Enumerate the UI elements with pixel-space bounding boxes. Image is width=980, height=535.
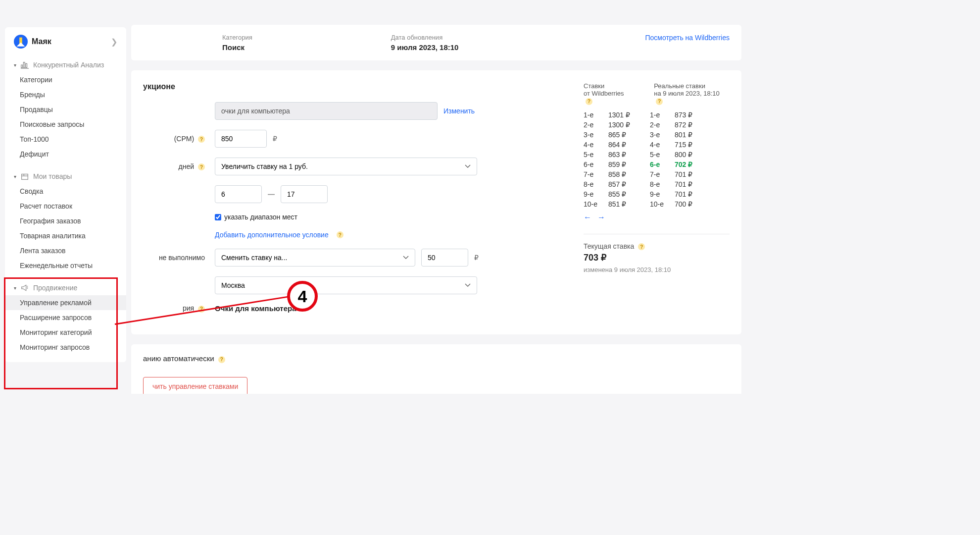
cpm-input[interactable] bbox=[215, 130, 267, 148]
help-icon[interactable]: ? bbox=[656, 98, 663, 105]
chevron-down-icon: ▾ bbox=[14, 285, 16, 291]
sidebar-item-ad-management[interactable]: Управление рекламой bbox=[5, 295, 126, 310]
rate-row: 8-е701 ₽ bbox=[650, 180, 692, 188]
rate-row: 5-е800 ₽ bbox=[650, 151, 692, 159]
category-field-label: рия bbox=[183, 304, 194, 312]
help-icon[interactable]: ? bbox=[218, 356, 225, 363]
rate-row: 10-е700 ₽ bbox=[650, 200, 692, 208]
help-icon[interactable]: ? bbox=[638, 243, 645, 250]
help-icon[interactable]: ? bbox=[337, 231, 343, 238]
range-checkbox[interactable] bbox=[215, 214, 221, 220]
range-from-input[interactable] bbox=[215, 185, 262, 203]
sidebar-item-summary[interactable]: Сводка bbox=[5, 184, 126, 199]
range-separator: — bbox=[268, 190, 275, 198]
brand-name: Маяк bbox=[32, 37, 51, 46]
query-input[interactable]: очки для компьютера bbox=[215, 102, 438, 120]
logo-row: Маяк ❯ bbox=[5, 35, 126, 57]
nav-section-promotion[interactable]: ▾ Продвижение bbox=[5, 280, 126, 295]
strategy-select[interactable]: Увеличить ставку на 1 руб. bbox=[215, 158, 477, 175]
chevron-down-icon: ▾ bbox=[14, 174, 16, 179]
update-date-value: 9 июля 2023, 18:10 bbox=[391, 43, 459, 52]
real-rates-label: Реальные ставки bbox=[654, 82, 730, 90]
sidebar-item-categories[interactable]: Категории bbox=[5, 72, 126, 87]
rates-panel: Ставки от Wildberries ? Реальные ставки … bbox=[574, 82, 730, 322]
arrow-right-icon[interactable]: → bbox=[597, 213, 605, 222]
rate-row: 4-е715 ₽ bbox=[650, 141, 692, 149]
currency-label: ₽ bbox=[474, 254, 479, 262]
fallback-select[interactable]: Сменить ставку на... bbox=[215, 249, 415, 267]
rate-row: 10-е851 ₽ bbox=[584, 200, 630, 208]
current-rate-label: Текущая ставка bbox=[584, 242, 634, 250]
wb-rates-label: Ставки bbox=[584, 82, 634, 90]
sidebar-item-top1000[interactable]: Топ-1000 bbox=[5, 132, 126, 147]
wb-rates-list: 1-е1301 ₽2-е1300 ₽3-е865 ₽4-е864 ₽5-е863… bbox=[584, 111, 630, 208]
chevron-down-icon: ▾ bbox=[14, 62, 16, 68]
help-icon[interactable]: ? bbox=[198, 136, 205, 143]
sidebar-item-order-feed[interactable]: Лента заказов bbox=[5, 243, 126, 258]
fallback-value-input[interactable] bbox=[421, 249, 468, 267]
nav-section-competitive[interactable]: ▾ Конкурентный Анализ bbox=[5, 57, 126, 72]
disable-management-button[interactable]: чить управление ставками bbox=[143, 377, 247, 394]
megaphone-icon bbox=[20, 283, 29, 292]
rate-row: 6-е702 ₽ bbox=[650, 160, 692, 168]
section-title: укционе bbox=[143, 82, 554, 91]
rate-row: 2-е872 ₽ bbox=[650, 121, 692, 129]
sidebar-item-supply-calc[interactable]: Расчет поставок bbox=[5, 199, 126, 214]
category-label: Категория bbox=[222, 34, 252, 41]
rate-row: 5-е863 ₽ bbox=[584, 151, 630, 159]
fallback-label: не выполнимо bbox=[159, 254, 205, 262]
region-select[interactable]: Москва bbox=[215, 276, 477, 294]
sidebar-item-product-analytics[interactable]: Товарная аналитика bbox=[5, 228, 126, 243]
add-condition-link[interactable]: Добавить дополнительное условие bbox=[215, 231, 329, 239]
box-icon bbox=[20, 172, 29, 181]
help-icon[interactable]: ? bbox=[586, 98, 592, 105]
range-checkbox-label: указать диапазон мест bbox=[224, 213, 297, 221]
sidebar-item-query-monitoring[interactable]: Мониторинг запросов bbox=[5, 340, 126, 355]
sidebar-item-weekly-reports[interactable]: Еженедельные отчеты bbox=[5, 258, 126, 273]
rate-row: 7-е701 ₽ bbox=[650, 170, 692, 178]
rate-row: 1-е1301 ₽ bbox=[584, 111, 630, 119]
rate-row: 3-е801 ₽ bbox=[650, 131, 692, 139]
collapse-icon[interactable]: ❯ bbox=[111, 37, 117, 47]
header-card: Категория Поиск Дата обновления 9 июля 2… bbox=[131, 25, 741, 60]
rate-row: 3-е865 ₽ bbox=[584, 131, 630, 139]
strategy-label: дней bbox=[179, 162, 195, 170]
help-icon[interactable]: ? bbox=[198, 163, 205, 170]
rate-row: 9-е701 ₽ bbox=[650, 190, 692, 198]
svg-rect-2 bbox=[22, 174, 28, 180]
rate-row: 6-е859 ₽ bbox=[584, 160, 630, 168]
rate-row: 1-е873 ₽ bbox=[650, 111, 692, 119]
auto-card: анию автоматически ? чить управление ста… bbox=[131, 344, 741, 394]
sidebar-item-deficit[interactable]: Дефицит bbox=[5, 147, 126, 161]
nav-section-my-products[interactable]: ▾ Мои товары bbox=[5, 169, 126, 184]
rate-row: 9-е855 ₽ bbox=[584, 190, 630, 198]
rate-row: 8-е857 ₽ bbox=[584, 180, 630, 188]
range-to-input[interactable] bbox=[281, 185, 328, 203]
arrow-left-icon[interactable]: ← bbox=[584, 213, 591, 222]
category-name: Очки для компьютера bbox=[215, 304, 296, 313]
change-link[interactable]: Изменить bbox=[443, 107, 475, 115]
chart-icon bbox=[20, 60, 29, 69]
update-date-label: Дата обновления bbox=[391, 34, 459, 41]
rate-row: 4-е864 ₽ bbox=[584, 141, 630, 149]
current-rate-note: изменена 9 июля 2023, 18:10 bbox=[584, 266, 730, 273]
auto-text: анию автоматически bbox=[143, 354, 214, 363]
range-checkbox-row[interactable]: указать диапазон мест bbox=[215, 213, 297, 221]
main-card: укционе очки для компьютера Изменить (CP… bbox=[131, 70, 741, 334]
sidebar-item-query-expansion[interactable]: Расширение запросов bbox=[5, 310, 126, 325]
help-icon[interactable]: ? bbox=[198, 306, 205, 313]
view-wildberries-link[interactable]: Посмотреть на Wildberries bbox=[645, 34, 730, 42]
real-rates-list: 1-е873 ₽2-е872 ₽3-е801 ₽4-е715 ₽5-е800 ₽… bbox=[650, 111, 692, 208]
sidebar-item-search-queries[interactable]: Поисковые запросы bbox=[5, 117, 126, 132]
sidebar: Маяк ❯ ▾ Конкурентный Анализ Категории Б… bbox=[5, 27, 126, 362]
rate-row: 7-е858 ₽ bbox=[584, 170, 630, 178]
sidebar-item-sellers[interactable]: Продавцы bbox=[5, 102, 126, 117]
current-rate-value: 703 ₽ bbox=[584, 252, 730, 263]
category-value: Поиск bbox=[222, 43, 252, 52]
cpm-label: (CPM) bbox=[174, 135, 194, 143]
sidebar-item-category-monitoring[interactable]: Мониторинг категорий bbox=[5, 325, 126, 340]
logo-icon bbox=[14, 35, 28, 49]
rate-row: 2-е1300 ₽ bbox=[584, 121, 630, 129]
sidebar-item-geo-orders[interactable]: География заказов bbox=[5, 214, 126, 228]
sidebar-item-brands[interactable]: Бренды bbox=[5, 87, 126, 102]
